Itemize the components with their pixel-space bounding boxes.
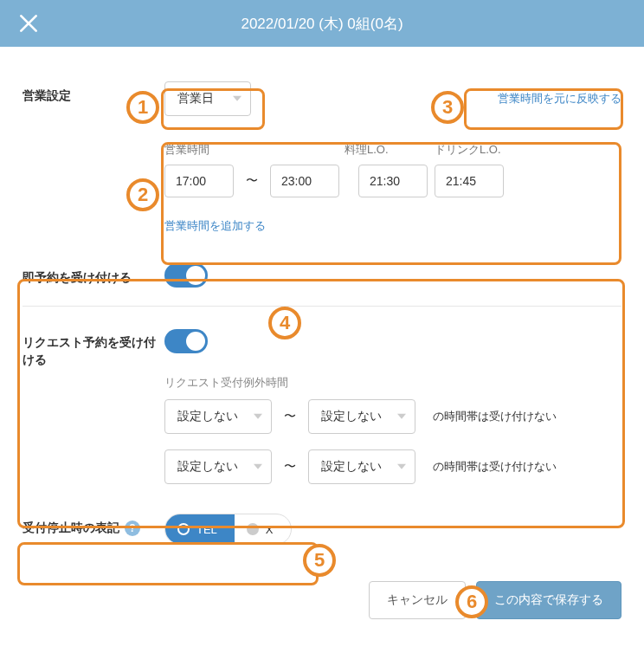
exception-2-end-value: 設定しない bbox=[321, 459, 382, 473]
drink-lo-input[interactable]: 21:45 bbox=[435, 165, 504, 197]
business-hours-label-col bbox=[23, 139, 164, 145]
divider bbox=[23, 306, 621, 307]
hours-start-input[interactable]: 17:00 bbox=[164, 165, 234, 197]
request-booking-toggle[interactable] bbox=[164, 329, 208, 353]
stop-display-option-x-label: X bbox=[266, 523, 274, 536]
cancel-button[interactable]: キャンセル bbox=[369, 581, 466, 619]
add-hours-row: 営業時間を追加する bbox=[164, 218, 621, 234]
hours-header-business: 営業時間 bbox=[164, 142, 338, 158]
settings-modal: 2022/01/20 (木) 0組(0名) 営業設定 営業日 営業時間を元に反映… bbox=[0, 0, 644, 653]
modal-footer: キャンセル この内容で保存する bbox=[0, 581, 644, 638]
exception-2-note: の時間帯は受け付けない bbox=[433, 459, 557, 475]
annotation-2: 2 bbox=[126, 178, 159, 211]
stop-display-label-wrap: 受付停止時の表記 ? bbox=[23, 514, 164, 536]
exception-1-end-select[interactable]: 設定しない bbox=[308, 399, 415, 434]
radio-dot-icon bbox=[177, 523, 190, 535]
annotation-5: 5 bbox=[303, 544, 336, 577]
chevron-down-icon bbox=[397, 464, 406, 469]
stop-display-option-tel[interactable]: TEL bbox=[165, 514, 235, 544]
chevron-down-icon bbox=[233, 96, 242, 101]
modal-title: 2022/01/20 (木) 0組(0名) bbox=[241, 14, 402, 34]
exception-1-note: の時間帯は受け付けない bbox=[433, 409, 557, 424]
hours-header-food-lo: 料理L.O. bbox=[345, 142, 428, 158]
annotation-4: 4 bbox=[268, 307, 301, 339]
business-status-select[interactable]: 営業日 bbox=[164, 81, 251, 116]
exception-row-1: 設定しない 〜 設定しない の時間帯は受け付けない bbox=[164, 399, 621, 434]
stop-display-radio-group: TEL X bbox=[164, 514, 292, 545]
modal-titlebar: 2022/01/20 (木) 0組(0名) bbox=[0, 0, 644, 47]
exception-1-start-select[interactable]: 設定しない bbox=[164, 399, 272, 434]
stop-display-row: 受付停止時の表記 ? TEL X bbox=[23, 514, 621, 545]
annotation-3: 3 bbox=[431, 91, 464, 124]
request-exception-subhead: リクエスト受付例外時間 bbox=[164, 375, 621, 391]
stop-display-option-tel-label: TEL bbox=[196, 523, 217, 536]
business-hours-row: 営業時間 料理L.O. ドリンクL.O. 17:00 〜 23:00 21:30… bbox=[23, 139, 621, 234]
annotation-6: 6 bbox=[455, 585, 488, 618]
exception-row-2: 設定しない 〜 設定しない の時間帯は受け付けない bbox=[164, 449, 621, 484]
help-icon[interactable]: ? bbox=[125, 520, 140, 536]
request-exception-block: リクエスト受付例外時間 設定しない 〜 設定しない の時間帯は受け付けない bbox=[23, 375, 621, 484]
reflect-hours-link[interactable]: 営業時間を元に反映する bbox=[498, 91, 621, 107]
chevron-down-icon bbox=[397, 414, 406, 419]
annotation-1: 1 bbox=[126, 91, 159, 124]
hours-end-input[interactable]: 23:00 bbox=[270, 165, 339, 197]
instant-booking-toggle[interactable] bbox=[164, 263, 208, 288]
chevron-down-icon bbox=[254, 414, 262, 419]
instant-booking-row: 即予約を受け付ける bbox=[23, 263, 621, 290]
request-booking-content bbox=[164, 329, 621, 356]
business-setting-row: 営業設定 営業日 営業時間を元に反映する bbox=[23, 81, 621, 116]
exception-2-end-select[interactable]: 設定しない bbox=[308, 449, 415, 484]
chevron-down-icon bbox=[254, 464, 262, 469]
radio-dot-icon bbox=[247, 523, 259, 535]
stop-display-label: 受付停止時の表記 bbox=[23, 520, 119, 536]
tilde-2: 〜 bbox=[284, 409, 296, 424]
add-hours-link[interactable]: 営業時間を追加する bbox=[164, 219, 266, 232]
business-setting-content: 営業日 営業時間を元に反映する bbox=[164, 81, 621, 116]
close-icon[interactable] bbox=[17, 12, 40, 35]
hours-header-drink-lo: ドリンクL.O. bbox=[435, 142, 518, 158]
request-exception-content: リクエスト受付例外時間 設定しない 〜 設定しない の時間帯は受け付けない bbox=[164, 375, 621, 484]
tilde-1: 〜 bbox=[246, 173, 258, 189]
tilde-3: 〜 bbox=[284, 459, 296, 475]
request-booking-row: リクエスト予約を受け付ける bbox=[23, 329, 621, 368]
exception-2-start-value: 設定しない bbox=[177, 459, 238, 473]
exception-1-end-value: 設定しない bbox=[321, 409, 382, 423]
exception-2-start-select[interactable]: 設定しない bbox=[164, 449, 272, 484]
instant-booking-label: 即予約を受け付ける bbox=[23, 263, 164, 286]
save-button[interactable]: この内容で保存する bbox=[476, 581, 621, 619]
instant-booking-content bbox=[164, 263, 621, 290]
business-status-select-value: 営業日 bbox=[177, 91, 214, 105]
hours-column-headers: 営業時間 料理L.O. ドリンクL.O. bbox=[164, 142, 621, 158]
request-booking-label: リクエスト予約を受け付ける bbox=[23, 329, 164, 368]
request-exception-label-col bbox=[23, 375, 164, 382]
food-lo-input[interactable]: 21:30 bbox=[358, 165, 428, 197]
business-hours-fields: 17:00 〜 23:00 21:30 21:45 bbox=[164, 165, 621, 197]
modal-body: 営業設定 営業日 営業時間を元に反映する 営業時間 料理L.O. ドリンクL.O… bbox=[0, 47, 644, 581]
stop-display-content: TEL X bbox=[164, 514, 621, 545]
business-hours-content: 営業時間 料理L.O. ドリンクL.O. 17:00 〜 23:00 21:30… bbox=[164, 139, 621, 234]
exception-1-start-value: 設定しない bbox=[177, 409, 238, 423]
stop-display-option-x[interactable]: X bbox=[235, 514, 291, 544]
